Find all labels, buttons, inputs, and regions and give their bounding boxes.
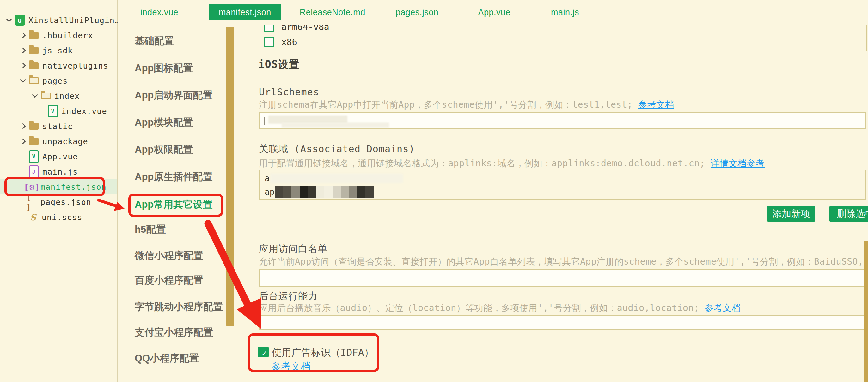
assoc-domains-doc-link[interactable]: 详情文档参考: [711, 158, 765, 169]
app-whitelist-input[interactable]: [259, 269, 866, 287]
folder-icon: [28, 120, 40, 133]
folder-icon: [28, 44, 40, 57]
json-brackets-icon: [ ]: [26, 196, 38, 208]
background-ability-input[interactable]: [259, 315, 866, 329]
chevron-right-icon[interactable]: [18, 46, 28, 55]
tree-item-hbuilderx[interactable]: .hbuilderx: [0, 28, 117, 43]
tree-item-index-vue[interactable]: V index.vue: [0, 104, 117, 119]
tree-item-label: js_sdk: [42, 46, 73, 55]
chevron-down-icon[interactable]: [4, 15, 14, 25]
chevron-right-icon[interactable]: [18, 61, 28, 70]
sidebar-item-app-native-plugin-config[interactable]: App原生插件配置: [135, 171, 212, 183]
folder-icon: [28, 135, 40, 148]
chevron-right-icon[interactable]: [18, 137, 28, 146]
tree-item-label: static: [42, 122, 73, 131]
annotation-box-idfa: [248, 334, 379, 372]
chevron-right-icon[interactable]: [18, 31, 28, 40]
tree-item-app-vue[interactable]: V App.vue: [0, 149, 117, 164]
background-ability-label: 后台运行能力: [259, 290, 318, 303]
sidebar-item-app-icon-config[interactable]: App图标配置: [135, 62, 193, 74]
sidebar-item-baidu-mp-config[interactable]: 百度小程序配置: [135, 274, 203, 287]
tree-item-label: index: [54, 92, 80, 101]
folder-icon: [28, 29, 40, 42]
tab-releasenote-md[interactable]: ReleaseNote.md: [300, 4, 365, 20]
tree-item-label: nativeplugins: [42, 61, 108, 70]
sidebar-item-bytedance-mp-config[interactable]: 字节跳动小程序配置: [135, 301, 223, 313]
delete-selected-button[interactable]: 删除选中项: [830, 206, 868, 221]
tree-item-index-folder[interactable]: index: [0, 89, 117, 104]
sidebar-item-alipay-mp-config[interactable]: 支付宝小程序配置: [135, 326, 213, 339]
chevron-right-icon[interactable]: [18, 121, 28, 131]
tree-item-label: XinstallUniPlugin…: [28, 16, 120, 25]
folder-icon: [28, 59, 40, 72]
tree-item-uni-scss[interactable]: S uni.scss: [0, 210, 117, 225]
cpu-arch-row-x86[interactable]: x86: [264, 37, 298, 47]
sidebar-item-h5-config[interactable]: h5配置: [135, 223, 166, 236]
assoc-domains-label: 关联域 (Associated Domains): [259, 143, 415, 155]
background-ability-doc-link[interactable]: 参考文档: [705, 303, 741, 313]
app-whitelist-label: 应用访问白名单: [259, 242, 328, 255]
tree-item-js-sdk[interactable]: js_sdk: [0, 43, 117, 58]
tree-item-label: index.vue: [61, 107, 107, 116]
manifest-settings-panel: arm64-v8a x86 iOS设置 UrlSchemes 注册schema在…: [236, 0, 868, 382]
redacted-value: [282, 123, 389, 128]
tree-item-label: main.js: [42, 167, 78, 176]
assoc-domains-list[interactable]: a ap: [259, 170, 866, 200]
tab-main-js[interactable]: main.js: [551, 4, 579, 20]
tree-item-label: unpackage: [42, 137, 88, 146]
annotation-box-app-other-settings: [128, 194, 223, 217]
assoc-domains-desc: 用于配置通用链接域名，通用链接域名格式为：applinks:域名，例如：appl…: [259, 158, 765, 170]
app-whitelist-desc: 允许当前App访问（查询是否安装、直接打开）的其它App白名单列表，填写其它Ap…: [259, 256, 868, 268]
background-ability-desc: 应用后台播放音乐（audio）、定位（location）等功能，多项使用','号…: [259, 302, 741, 314]
sidebar-item-wechat-mp-config[interactable]: 微信小程序配置: [135, 249, 203, 262]
urlschemes-input[interactable]: [259, 112, 866, 129]
tree-item-unpackage[interactable]: unpackage: [0, 134, 117, 149]
tree-item-label: pages.json: [40, 198, 91, 207]
tab-index-vue[interactable]: index.vue: [141, 4, 178, 20]
sidebar-item-app-module-config[interactable]: App模块配置: [135, 116, 193, 129]
chevron-down-icon[interactable]: [30, 91, 40, 101]
urlschemes-label: UrlSchemes: [259, 86, 319, 98]
editor-tab-bar: index.vue manifest.json ReleaseNote.md p…: [118, 0, 868, 25]
tree-item-label: App.vue: [42, 152, 78, 161]
manifest-config-sidebar: 基础配置 App图标配置 App启动界面配置 App模块配置 App权限配置 A…: [118, 0, 236, 382]
tree-item-label: .hbuilderx: [42, 31, 93, 40]
redacted-text-remnant: [264, 117, 265, 125]
open-folder-icon: [28, 74, 40, 87]
tree-item-nativeplugins[interactable]: nativeplugins: [0, 58, 117, 73]
vue-file-icon: V: [47, 105, 59, 117]
checkbox-unchecked-icon[interactable]: [264, 37, 274, 47]
tree-item-static[interactable]: static: [0, 119, 117, 134]
add-item-button[interactable]: 添加新项: [767, 206, 815, 221]
open-folder-icon: [40, 90, 52, 102]
urlschemes-doc-link[interactable]: 参考文档: [638, 99, 674, 110]
content-scrollbar[interactable]: [864, 241, 868, 382]
scss-file-icon: S: [27, 211, 39, 223]
redacted-value: [270, 174, 403, 183]
tree-item-project-root[interactable]: u XinstallUniPlugin…: [0, 13, 117, 28]
sidebar-item-app-permission-config[interactable]: App权限配置: [135, 143, 193, 156]
urlschemes-desc: 注册schema在其它App中打开当前App，多个scheme使用','号分割，…: [259, 99, 674, 111]
sidebar-item-qq-mp-config[interactable]: QQ小程序配置: [135, 352, 199, 364]
tree-item-label: pages: [42, 76, 68, 85]
vue-file-icon: V: [28, 150, 40, 163]
hbuilderx-window: u XinstallUniPlugin… .hbuilderx js_sdk n…: [0, 0, 868, 382]
sidebar-item-base-config[interactable]: 基础配置: [135, 35, 174, 47]
tree-item-pages-json[interactable]: [ ] pages.json: [0, 195, 117, 210]
sidebar-item-app-launch-config[interactable]: App启动界面配置: [135, 89, 212, 102]
ios-settings-header: iOS设置: [258, 58, 300, 72]
tree-item-pages[interactable]: pages: [0, 73, 117, 89]
sidebar-scrollbar[interactable]: [226, 27, 234, 326]
tab-pages-json[interactable]: pages.json: [396, 4, 439, 20]
annotation-box-manifest: [4, 177, 105, 196]
tab-app-vue[interactable]: App.vue: [478, 4, 510, 20]
assoc-domain-row[interactable]: a: [265, 172, 403, 184]
js-file-icon: J: [28, 166, 40, 178]
tree-item-label: uni.scss: [42, 213, 82, 222]
tab-manifest-json[interactable]: manifest.json: [209, 4, 281, 20]
uniapp-project-icon: u: [14, 14, 26, 27]
redacted-value: [275, 186, 374, 198]
chevron-down-icon[interactable]: [18, 76, 28, 85]
assoc-domain-row[interactable]: ap: [265, 186, 374, 198]
